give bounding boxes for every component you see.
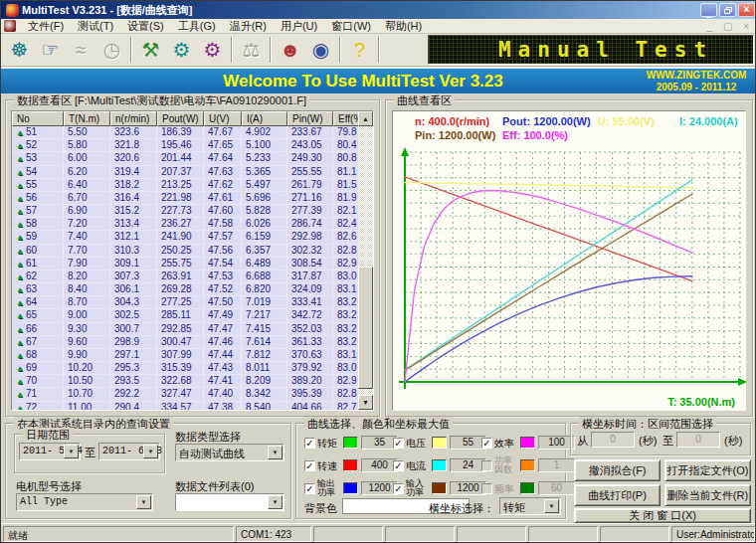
menu-item-测试T[interactable]: 测试(T) xyxy=(71,19,120,34)
column-header-UV[interactable]: U(V) xyxy=(204,111,242,126)
record-icon: ▲ xyxy=(16,154,24,163)
table-row[interactable]: ▲576.90315.2227.7347.605.828277.3982.1 xyxy=(12,205,358,218)
menu-item-温升R[interactable]: 温升(R) xyxy=(223,19,274,34)
column-header-TNm[interactable]: T(N.m) xyxy=(64,111,110,126)
table-row[interactable]: ▲525.80321.8195.4647.655.100243.0580.4 xyxy=(12,139,358,152)
column-header-PinW[interactable]: Pin(W) xyxy=(287,111,333,126)
data-type-combobox[interactable]: 自动测试曲线 ▼ xyxy=(175,444,284,461)
restore-button[interactable] xyxy=(719,3,736,17)
color-swatch-效率[interactable] xyxy=(520,437,535,449)
delete-current-file-button[interactable]: 删除当前文件(R) xyxy=(664,484,751,506)
date-to-combobox[interactable]: 2011- 6- 3 ▼ xyxy=(98,443,160,460)
color-swatch-频率[interactable] xyxy=(520,482,535,494)
checkbox-电压[interactable]: ✓ xyxy=(393,438,404,449)
tools-wrench-icon[interactable]: ⚒ xyxy=(135,36,166,65)
color-swatch-转速[interactable] xyxy=(343,459,358,471)
checkbox-效率[interactable]: ✓ xyxy=(481,438,492,449)
help-icon[interactable]: ? xyxy=(344,36,375,65)
table-row[interactable]: ▲597.40312.1241.9047.576.159292.9882.6 xyxy=(12,231,358,244)
chevron-down-icon[interactable]: ▼ xyxy=(143,445,158,458)
column-header-IA[interactable]: I(A) xyxy=(242,111,287,126)
table-row[interactable]: ▲628.20307.3263.9147.536.688317.8783.0 xyxy=(12,271,358,283)
color-swatch-输出功率[interactable] xyxy=(343,482,358,494)
minimize-button[interactable]: _ xyxy=(700,3,717,17)
table-row[interactable]: ▲669.30300.7292.8547.477.415352.0383.2 xyxy=(12,323,358,336)
open-specified-file-button[interactable]: 打开指定文件(O) xyxy=(664,459,751,481)
time-to-input[interactable]: 0 xyxy=(676,432,720,448)
close-window-button[interactable]: 关 闭 窗 口(X) xyxy=(574,508,751,523)
print-curve-button[interactable]: 曲线打印(P) xyxy=(574,484,661,506)
child-window-icon[interactable] xyxy=(4,20,16,32)
led-display: Manual Test xyxy=(428,35,754,65)
table-row[interactable]: ▲587.20313.4236.2747.586.026286.7482.4 xyxy=(12,218,358,231)
table-row[interactable]: ▲617.90309.1255.7547.546.489308.5482.9 xyxy=(12,258,358,271)
xaxis-select-combobox[interactable]: 转矩 ▼ xyxy=(499,497,561,515)
menu-item-窗口W[interactable]: 窗口(W) xyxy=(324,19,378,34)
color-swatch-电压[interactable] xyxy=(432,437,447,449)
menu-item-用户U[interactable]: 用户(U) xyxy=(274,19,324,34)
table-row[interactable]: ▲7110.70292.2327.4747.408.342395.3982.8 xyxy=(12,388,358,401)
scrollbar-thumb[interactable] xyxy=(358,267,373,389)
scroll-down-button[interactable]: ▼ xyxy=(358,395,373,410)
chevron-down-icon[interactable]: ▼ xyxy=(268,495,283,509)
checkbox-输入功率[interactable]: ✓ xyxy=(393,483,404,494)
date-to-word: 至 xyxy=(85,446,95,460)
column-header-PoutW[interactable]: Pout(W) xyxy=(157,111,204,126)
record-icon: ▲ xyxy=(16,247,24,256)
time-range-title: 横坐标时间：区间范围选择 xyxy=(579,417,716,432)
color-swatch-电流[interactable] xyxy=(432,459,447,471)
close-button[interactable]: × xyxy=(738,3,755,17)
vertical-scrollbar[interactable]: ▲ ▼ xyxy=(358,111,373,410)
column-header-nrmin[interactable]: n(r/min) xyxy=(110,111,157,126)
menu-item-工具G[interactable]: 工具(G) xyxy=(171,19,223,34)
chevron-down-icon[interactable]: ▼ xyxy=(64,445,79,458)
record-icon: ▲ xyxy=(16,194,24,203)
checkbox-转速[interactable]: ✓ xyxy=(304,460,315,471)
table-row[interactable]: ▲659.00302.5285.1147.497.217342.7283.2 xyxy=(12,309,358,322)
table-row[interactable]: ▲607.70310.3250.2547.566.357302.3282.8 xyxy=(12,245,358,258)
time-sec1-label: (秒) xyxy=(639,434,657,449)
query-tool-icon[interactable]: ☸ xyxy=(4,36,35,65)
table-row[interactable]: ▲689.90297.1307.9947.447.812370.6383.1 xyxy=(12,349,358,362)
table-row[interactable]: ▲546.20319.4207.3747.635.365255.5581.1 xyxy=(12,166,358,179)
table-row[interactable]: ▲679.60298.9300.4747.467.614361.3383.2 xyxy=(12,336,358,349)
menu-bar: 文件(F)测试(T)设置(S)工具(G)温升(R)用户(U)窗口(W)帮助(H)… xyxy=(1,19,756,34)
checkbox-电流[interactable]: ✓ xyxy=(393,460,404,471)
time-from-input[interactable]: 0 xyxy=(591,432,635,448)
table-row[interactable]: ▲556.40318.2213.2547.625.497261.7981.5 xyxy=(12,179,358,192)
chevron-down-icon[interactable]: ▼ xyxy=(268,446,283,459)
color-swatch-转矩[interactable] xyxy=(343,437,358,449)
menu-item-文件F[interactable]: 文件(F) xyxy=(21,19,71,34)
chevron-down-icon[interactable]: ▼ xyxy=(136,495,151,509)
table-row[interactable]: ▲515.50323.6186.3947.674.902233.6779.8 xyxy=(12,126,358,139)
color-swatch-功率因数[interactable] xyxy=(520,459,535,471)
table-row[interactable]: ▲7211.00290.4334.5747.388.540404.6682.7 xyxy=(12,402,358,410)
undo-fit-button[interactable]: 撤消拟合(F) xyxy=(574,459,661,481)
menu-item-帮助H[interactable]: 帮助(H) xyxy=(378,19,429,34)
checkbox-转矩[interactable]: ✓ xyxy=(304,438,315,449)
mascot-face-icon[interactable]: ☻ xyxy=(275,36,305,65)
status-bar: 就绪 COM1: 423 User:Administrator xyxy=(1,523,756,543)
table-row[interactable]: ▲648.70304.3277.2547.507.019333.4183.2 xyxy=(12,296,358,309)
column-header-No[interactable]: No xyxy=(12,111,64,126)
motor-model-combobox[interactable]: All Type ▼ xyxy=(16,493,153,511)
color-swatch-输入功率[interactable] xyxy=(432,482,447,494)
record-icon: ▲ xyxy=(16,233,24,242)
menu-item-设置S[interactable]: 设置(S) xyxy=(120,19,171,34)
table-row[interactable]: ▲536.00320.6201.4447.645.233249.3080.8 xyxy=(12,152,358,165)
welcome-banner: Welcome To Use MultiTest Ver 3.23 WWW.ZI… xyxy=(1,67,756,93)
horn-motor-icon[interactable]: ◉ xyxy=(305,36,336,65)
table-row[interactable]: ▲638.40306.1269.2847.526.820324.0983.1 xyxy=(12,283,358,296)
chevron-down-icon[interactable]: ▼ xyxy=(544,499,559,513)
table-row[interactable]: ▲6910.20295.3315.3947.438.011379.9283.0 xyxy=(12,362,358,375)
record-icon: ▲ xyxy=(16,311,24,320)
manual-test-hand-icon[interactable]: ☞ xyxy=(35,36,66,65)
scroll-up-button[interactable]: ▲ xyxy=(358,111,373,126)
file-list-combobox[interactable]: ▼ xyxy=(175,493,284,511)
motor-gear-icon[interactable]: ⚙ xyxy=(166,36,197,65)
checkbox-输出功率[interactable]: ✓ xyxy=(304,483,315,494)
table-row[interactable]: ▲7010.50293.5322.6847.418.209389.2082.9 xyxy=(12,375,358,388)
gear-chain-icon[interactable]: ⚙ xyxy=(197,36,228,65)
date-from-combobox[interactable]: 2011- 5- 4 ▼ xyxy=(19,443,81,460)
table-row[interactable]: ▲566.70316.4221.9847.615.696271.1681.9 xyxy=(12,192,358,205)
